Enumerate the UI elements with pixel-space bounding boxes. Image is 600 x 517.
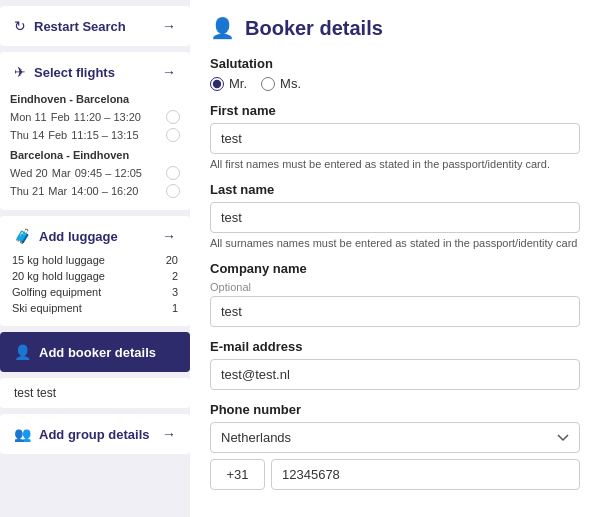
email-label: E-mail address: [210, 339, 580, 354]
route1-row2-day: Thu 14: [10, 129, 44, 141]
add-luggage-label: Add luggage: [39, 229, 118, 244]
main-panel: 👤 Booker details Salutation Mr. Ms. Firs…: [190, 0, 600, 517]
page-title-area: 👤 Booker details: [210, 16, 580, 40]
add-group-details-label: Add group details: [39, 427, 150, 442]
booker-name-display: test test: [0, 378, 190, 408]
luggage-item-0: 15 kg hold luggage 20: [12, 252, 178, 268]
route1-row2-month: Feb: [48, 129, 67, 141]
last-name-hint: All surnames names must be entered as st…: [210, 237, 580, 249]
add-group-details-button[interactable]: 👥 Add group details →: [0, 414, 190, 454]
flights-icon: ✈: [14, 64, 26, 80]
route1-row1-month: Feb: [51, 111, 70, 123]
route1-row2: Thu 14 Feb 11:15 – 13:15: [10, 126, 180, 144]
route2-row2-month: Mar: [48, 185, 67, 197]
luggage-item-2-label: Golfing equipment: [12, 286, 101, 298]
route1-row1-circle: [166, 110, 180, 124]
restart-search-label: Restart Search: [34, 19, 126, 34]
phone-country-select[interactable]: Netherlands: [210, 422, 580, 453]
phone-label: Phone number: [210, 402, 580, 417]
phone-group: Phone number Netherlands: [210, 402, 580, 490]
select-flights-block: ✈ Select flights → Eindhoven - Barcelona…: [0, 52, 190, 210]
ms-radio-option[interactable]: Ms.: [261, 76, 301, 91]
luggage-item-3-count: 1: [172, 302, 178, 314]
route1-row1-day: Mon 11: [10, 111, 47, 123]
mr-radio-option[interactable]: Mr.: [210, 76, 247, 91]
booker-name-text: test test: [14, 386, 56, 400]
sidebar: ↻ Restart Search → ✈ Select flights → Ei…: [0, 0, 190, 517]
group-icon: 👥: [14, 426, 31, 442]
restart-icon: ↻: [14, 18, 26, 34]
company-name-group: Company name Optional: [210, 261, 580, 327]
salutation-group: Salutation Mr. Ms.: [210, 56, 580, 91]
luggage-items: 15 kg hold luggage 20 20 kg hold luggage…: [0, 252, 190, 326]
route2-row2-time: 14:00 – 16:20: [71, 185, 138, 197]
group-arrow: →: [162, 426, 176, 442]
booker-icon: 👤: [14, 344, 31, 360]
restart-search-arrow: →: [162, 18, 176, 34]
mr-radio[interactable]: [210, 77, 224, 91]
route2-title: Barcelona - Eindhoven: [10, 149, 180, 161]
route2-row1: Wed 20 Mar 09:45 – 12:05: [10, 164, 180, 182]
luggage-item-1: 20 kg hold luggage 2: [12, 268, 178, 284]
luggage-item-3: Ski equipment 1: [12, 300, 178, 316]
phone-input-row: [210, 459, 580, 490]
luggage-header[interactable]: 🧳 Add luggage →: [0, 216, 190, 252]
route1-row1-time: 11:20 – 13:20: [74, 111, 141, 123]
salutation-radio-group: Mr. Ms.: [210, 76, 580, 91]
add-booker-details-label: Add booker details: [39, 345, 156, 360]
first-name-input[interactable]: [210, 123, 580, 154]
select-flights-label: Select flights: [34, 65, 115, 80]
last-name-label: Last name: [210, 182, 580, 197]
restart-search-button[interactable]: ↻ Restart Search →: [0, 6, 190, 46]
luggage-item-1-label: 20 kg hold luggage: [12, 270, 105, 282]
email-input[interactable]: [210, 359, 580, 390]
route2-row2: Thu 21 Mar 14:00 – 16:20: [10, 182, 180, 200]
flights-header[interactable]: ✈ Select flights →: [0, 52, 190, 88]
route2-row1-day: Wed 20: [10, 167, 48, 179]
mr-label: Mr.: [229, 76, 247, 91]
salutation-label: Salutation: [210, 56, 580, 71]
last-name-group: Last name All surnames names must be ent…: [210, 182, 580, 249]
luggage-item-3-label: Ski equipment: [12, 302, 82, 314]
flights-arrow: →: [162, 64, 176, 80]
route2-row2-circle: [166, 184, 180, 198]
first-name-group: First name All first names must be enter…: [210, 103, 580, 170]
ms-label: Ms.: [280, 76, 301, 91]
luggage-item-0-label: 15 kg hold luggage: [12, 254, 105, 266]
email-group: E-mail address: [210, 339, 580, 390]
route2-row2-day: Thu 21: [10, 185, 44, 197]
route2-row1-time: 09:45 – 12:05: [75, 167, 142, 179]
luggage-item-1-count: 2: [172, 270, 178, 282]
route1-row2-time: 11:15 – 13:15: [71, 129, 138, 141]
luggage-item-2-count: 3: [172, 286, 178, 298]
company-name-label: Company name: [210, 261, 580, 276]
luggage-icon: 🧳: [14, 228, 31, 244]
luggage-item-2: Golfing equipment 3: [12, 284, 178, 300]
phone-prefix-input[interactable]: [210, 459, 265, 490]
first-name-label: First name: [210, 103, 580, 118]
page-title: Booker details: [245, 17, 383, 40]
route2-row1-month: Mar: [52, 167, 71, 179]
route1-row2-circle: [166, 128, 180, 142]
last-name-input[interactable]: [210, 202, 580, 233]
ms-radio[interactable]: [261, 77, 275, 91]
flights-routes: Eindhoven - Barcelona Mon 11 Feb 11:20 –…: [0, 93, 190, 210]
phone-number-input[interactable]: [271, 459, 580, 490]
first-name-hint: All first names must be entered as state…: [210, 158, 580, 170]
booker-details-icon: 👤: [210, 16, 235, 40]
luggage-block: 🧳 Add luggage → 15 kg hold luggage 20 20…: [0, 216, 190, 326]
route1-title: Eindhoven - Barcelona: [10, 93, 180, 105]
route1-row1: Mon 11 Feb 11:20 – 13:20: [10, 108, 180, 126]
luggage-arrow: →: [162, 228, 176, 244]
luggage-item-0-count: 20: [166, 254, 178, 266]
route2-row1-circle: [166, 166, 180, 180]
add-booker-details-button[interactable]: 👤 Add booker details: [0, 332, 190, 372]
company-name-input[interactable]: [210, 296, 580, 327]
company-name-optional: Optional: [210, 281, 580, 293]
